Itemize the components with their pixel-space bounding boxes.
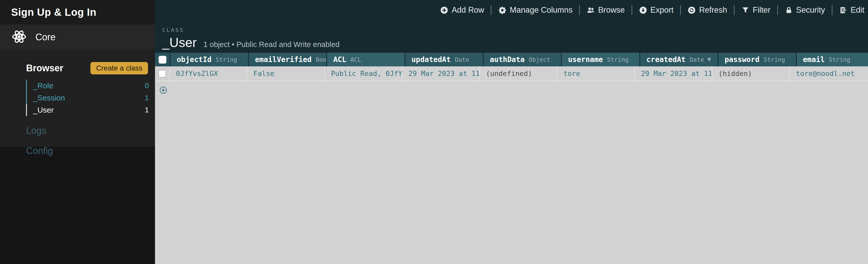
column-name: objectId [177, 55, 212, 64]
column-header-username[interactable]: username String [562, 53, 640, 66]
lock-icon [784, 6, 793, 14]
refresh-label: Refresh [699, 5, 727, 15]
add-row-inline-button[interactable] [159, 86, 167, 95]
column-type: Object [529, 56, 550, 63]
class-subtitle: 1 object • Public Read and Write enabled [203, 40, 339, 49]
parse-dashboard: Sign Up & Log In Core Browser Create a c… [0, 0, 868, 264]
column-header-updatedAt[interactable]: updatedAt Date [405, 53, 483, 66]
column-name: email [803, 55, 825, 64]
column-header-authData[interactable]: authData Object [484, 53, 561, 66]
column-name: authData [490, 55, 525, 64]
column-type: String [764, 56, 785, 63]
cell-createdAt[interactable]: 29 Mar 2023 at 11:… [635, 66, 712, 80]
filter-button[interactable]: Filter [741, 5, 771, 15]
sidebar-item-logs[interactable]: Logs [0, 125, 155, 136]
row-checkbox[interactable] [158, 70, 166, 77]
cell-updatedAt[interactable]: 29 Mar 2023 at 11:… [402, 66, 480, 80]
topbar: Add Row Manage Columns [155, 0, 868, 53]
column-name: password [724, 55, 760, 64]
column-name: createdAt [646, 55, 686, 64]
cell-ACL[interactable]: Public Read, 0JfYv… [325, 66, 402, 80]
class-count: 0 [145, 81, 149, 90]
plus-circle-outline-icon [159, 91, 167, 95]
main-content: Add Row Manage Columns [155, 0, 868, 264]
security-button[interactable]: Security [784, 5, 825, 15]
column-type: String [829, 56, 850, 63]
column-name: username [568, 55, 603, 64]
core-label: Core [35, 32, 56, 43]
browse-button[interactable]: Browse [586, 5, 625, 15]
app-title: Sign Up & Log In [0, 6, 96, 18]
class-name: _Role [33, 81, 53, 90]
column-header-emailVerified[interactable]: emailVerified Boole… [249, 53, 326, 66]
filter-label: Filter [753, 5, 771, 15]
cell-emailVerified[interactable]: False [247, 66, 325, 80]
atom-icon [11, 29, 27, 46]
column-header-createdAt[interactable]: createdAt Date ▼ [640, 53, 718, 66]
manage-columns-button[interactable]: Manage Columns [498, 5, 572, 15]
column-type: Date [455, 56, 469, 63]
sidebar-item-core[interactable]: Core [0, 25, 155, 50]
cell-authData[interactable]: (undefined) [480, 66, 557, 80]
column-type: ACL [350, 56, 362, 63]
sidebar-item-config[interactable]: Config [0, 145, 155, 156]
column-header-email[interactable]: email String [797, 53, 868, 66]
toolbar-separator [632, 5, 632, 15]
column-header-password[interactable]: password String [718, 53, 796, 66]
gear-icon [498, 6, 506, 14]
toolbar-separator [579, 5, 580, 15]
app-title-band: Sign Up & Log In [0, 0, 155, 25]
create-class-button[interactable]: Create a class [90, 62, 148, 74]
sort-desc-icon[interactable]: ▼ [706, 56, 712, 64]
security-label: Security [796, 5, 825, 15]
select-all-cell [155, 53, 170, 66]
table-header: objectId String emailVerified Boole… ACL… [155, 53, 868, 66]
sidebar-item-class-session[interactable]: _Session 1 [26, 92, 155, 104]
toolbar-separator [734, 5, 735, 15]
column-header-ACL[interactable]: ACL ACL [327, 53, 405, 66]
download-circle-icon [639, 6, 647, 14]
toolbar-separator [680, 5, 681, 15]
export-button[interactable]: Export [639, 5, 674, 15]
class-header: CLASS _User 1 object • Public Read and W… [162, 27, 340, 50]
cell-username[interactable]: tore [557, 66, 635, 80]
sidebar-item-class-role[interactable]: _Role 0 [26, 79, 155, 92]
column-type: String [607, 56, 628, 63]
cell-email[interactable]: tore@noodl.net [790, 66, 868, 80]
toolbar-separator [491, 5, 491, 15]
export-label: Export [650, 5, 674, 15]
users-icon [586, 6, 595, 14]
toolbar-separator [777, 5, 778, 15]
browse-label: Browse [598, 5, 625, 15]
class-kicker: CLASS [162, 27, 340, 33]
class-count: 1 [145, 106, 149, 114]
class-name: _Session [33, 94, 65, 102]
refresh-button[interactable]: Refresh [687, 5, 727, 15]
toolbar: Add Row Manage Columns [440, 4, 864, 16]
column-header-objectId[interactable]: objectId String [170, 53, 248, 66]
sidebar-nav: Browser Create a class _Role 0 _Session … [0, 50, 155, 147]
add-row-button[interactable]: Add Row [440, 5, 484, 15]
row-select-cell [155, 66, 170, 80]
sidebar: Sign Up & Log In Core Browser Create a c… [0, 0, 155, 264]
funnel-icon [741, 6, 750, 14]
column-type: String [216, 56, 237, 63]
manage-columns-label: Manage Columns [510, 5, 572, 15]
refresh-icon [687, 6, 696, 14]
class-name: _User [33, 106, 54, 114]
select-all-checkbox[interactable] [159, 56, 166, 64]
table-row: 0JfYvsZlGX False Public Read, 0JfYv… 29 … [155, 66, 868, 81]
column-type: Date [690, 56, 704, 63]
toolbar-separator [832, 5, 832, 15]
cell-objectId[interactable]: 0JfYvsZlGX [170, 66, 247, 80]
cell-password[interactable]: (hidden) [712, 66, 790, 80]
sidebar-item-browser[interactable]: Browser [26, 63, 63, 74]
column-name: emailVerified [255, 55, 312, 64]
edit-button[interactable]: Edit [839, 5, 864, 15]
add-row-label: Add Row [452, 5, 484, 15]
class-title: _User [162, 35, 196, 50]
sidebar-item-class-user[interactable]: _User 1 [26, 104, 155, 116]
column-name: updatedAt [411, 55, 451, 64]
plus-circle-icon [440, 6, 448, 14]
class-list: _Role 0 _Session 1 _User 1 [26, 79, 155, 116]
